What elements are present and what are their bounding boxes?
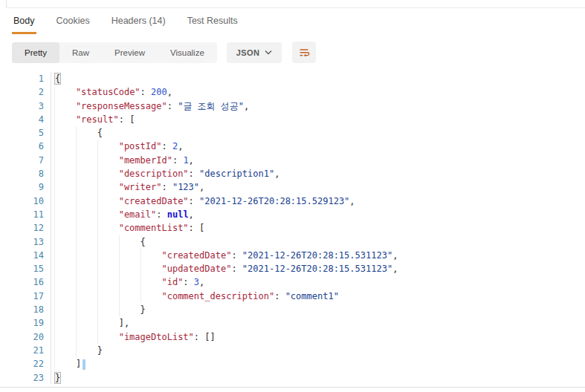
code-line: 2"statusCode": 200, — [6, 85, 585, 99]
code-token: , — [167, 87, 172, 97]
language-select-value: JSON — [236, 48, 260, 57]
indent-guide — [97, 180, 119, 194]
code-token: ] — [76, 359, 81, 369]
code-token: , — [392, 250, 398, 261]
code-line-content: "updatedDate": "2021-12-26T20:28:15.5311… — [51, 262, 398, 275]
code-token: , — [349, 196, 355, 206]
line-number: 13 — [6, 235, 51, 249]
code-line-content: "id": 3, — [51, 275, 204, 289]
indent-guide — [54, 275, 76, 289]
code-line-content: "memberId": 1, — [51, 154, 194, 167]
code-token: "memberId" — [119, 155, 172, 166]
code-line-content: "createdDate": "2021-12-26T20:28:15.5291… — [51, 195, 355, 208]
code-line: 6"postId": 2, — [6, 140, 585, 153]
code-token: : [ — [189, 223, 205, 233]
line-number: 2 — [6, 85, 51, 99]
indent-guide — [54, 357, 76, 370]
code-token: } — [54, 372, 61, 384]
line-number: 8 — [6, 167, 51, 180]
indent-guide — [97, 140, 119, 153]
code-editor[interactable]: 1{2"statusCode": 200,3"responseMessage":… — [6, 69, 585, 385]
line-number: 7 — [6, 154, 51, 167]
code-token: : — [140, 87, 151, 97]
indent-guide — [97, 316, 119, 330]
indent-guide — [97, 330, 119, 344]
code-token: : [] — [194, 332, 216, 342]
code-token: : — [161, 182, 172, 192]
indent-guide — [76, 290, 97, 303]
code-token: : — [231, 264, 242, 274]
indent-guide — [54, 303, 76, 316]
tab-headers[interactable]: Headers (14) — [110, 16, 167, 34]
tab-cookies[interactable]: Cookies — [55, 16, 91, 34]
indent-guide — [97, 290, 119, 303]
indent-guide — [76, 275, 97, 289]
code-line-content: } — [51, 344, 103, 357]
line-number: 1 — [6, 72, 51, 85]
indent-guide — [76, 180, 97, 194]
indent-guide — [140, 290, 162, 303]
code-line-content: "email": null, — [51, 208, 194, 221]
indent-guide — [76, 330, 97, 344]
line-number: 6 — [6, 140, 51, 153]
code-token: "updatedDate" — [161, 264, 231, 274]
code-line-content: ] — [51, 357, 85, 370]
code-token: : — [231, 250, 242, 261]
code-token: , — [199, 277, 204, 287]
indent-guide — [54, 235, 76, 249]
code-token: , — [178, 141, 183, 151]
code-line: 10"createdDate": "2021-12-26T20:28:15.52… — [6, 195, 585, 208]
indent-guide — [54, 208, 76, 221]
code-line-content: "statusCode": 200, — [51, 85, 172, 99]
code-line: 15"updatedDate": "2021-12-26T20:28:15.53… — [6, 262, 585, 275]
view-raw-button[interactable]: Raw — [59, 42, 102, 63]
indent-guide — [54, 221, 76, 235]
code-token: : — [189, 169, 199, 179]
language-select[interactable]: JSON — [227, 42, 282, 63]
code-token: "comment1" — [285, 291, 339, 301]
code-token: "createdDate" — [161, 250, 231, 261]
code-token: , — [244, 101, 249, 111]
panel-edge-divider — [6, 0, 7, 7]
code-token: , — [189, 209, 194, 220]
code-line-content: ], — [51, 316, 129, 330]
indent-guide — [76, 303, 97, 316]
view-visualize-button[interactable]: Visualize — [158, 42, 217, 63]
indent-guide — [119, 249, 140, 262]
view-preview-button[interactable]: Preview — [102, 42, 158, 63]
code-line-content: "description": "description1", — [51, 167, 279, 180]
code-token: , — [392, 264, 398, 274]
code-token: } — [140, 304, 146, 315]
indent-guide — [54, 154, 76, 167]
tab-test-results[interactable]: Test Results — [186, 16, 239, 34]
code-line-content: "comment_description": "comment1" — [51, 290, 339, 303]
indent-guide — [119, 235, 140, 249]
code-line: 8"description": "description1", — [6, 167, 585, 180]
code-token: { — [54, 73, 61, 85]
code-line: 9"writer": "123", — [6, 180, 585, 194]
code-token: ], — [119, 318, 129, 328]
wrap-lines-button[interactable] — [292, 42, 316, 63]
indent-guide — [54, 113, 76, 126]
view-pretty-button[interactable]: Pretty — [12, 42, 59, 63]
line-number: 17 — [6, 290, 51, 303]
line-number: 10 — [6, 195, 51, 208]
code-token: "123" — [172, 182, 199, 192]
indent-guide — [76, 344, 97, 357]
code-token: "result" — [76, 114, 119, 125]
line-number: 16 — [6, 275, 51, 289]
tab-body[interactable]: Body — [12, 16, 36, 34]
indent-guide — [54, 195, 76, 208]
indent-guide — [119, 290, 140, 303]
code-line-content: "imageDtoList": [] — [51, 330, 216, 344]
code-token: : — [161, 141, 172, 151]
code-token: , — [274, 169, 279, 179]
code-token: "postId" — [119, 141, 162, 151]
line-number: 3 — [6, 99, 51, 113]
line-number: 18 — [6, 303, 51, 316]
indent-guide — [76, 221, 97, 235]
indent-guide — [97, 249, 119, 262]
indent-guide — [54, 85, 76, 99]
code-token: : [ — [119, 114, 135, 125]
code-token: "2021-12-26T20:28:15.529123" — [199, 196, 349, 206]
